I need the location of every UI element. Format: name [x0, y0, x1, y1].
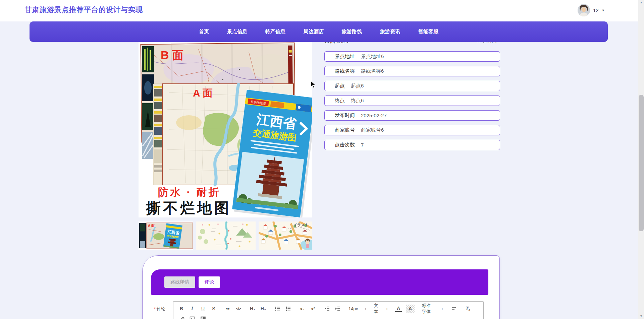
outdent-button[interactable] — [324, 305, 330, 313]
field-value: 2025-02-27 — [361, 113, 387, 118]
field-click-count: 点击次数 7 — [324, 140, 500, 150]
indent-button[interactable] — [334, 305, 341, 313]
ordered-list-button[interactable] — [274, 305, 281, 313]
page-scrollbar[interactable]: ▲ ▼ — [638, 0, 644, 319]
nav-item-routes[interactable]: 旅游路线 — [342, 28, 362, 35]
align-button[interactable] — [450, 305, 457, 313]
comment-editor-toolbar: B I U S ” </> H₁ H₂ — [173, 301, 484, 319]
user-name: 12 — [593, 7, 599, 13]
nav-item-service[interactable]: 智能客服 — [418, 28, 438, 35]
toolbar-row-1: B I U S ” </> H₁ H₂ — [178, 304, 479, 314]
field-value: 景点地址6 — [361, 53, 384, 60]
thumbnail-hand-drawn-map[interactable] — [196, 221, 256, 250]
folded-panel — [153, 84, 163, 185]
indent-icon — [335, 306, 340, 311]
scrollbar-down-arrow[interactable]: ▼ — [638, 314, 644, 319]
field-address: 景点地址 景点地址6 — [324, 51, 500, 62]
ordered-list-icon — [275, 306, 280, 311]
thumb-caption: イラスト — [293, 223, 309, 227]
field-publish-date: 发布时间 2025-02-27 — [324, 110, 500, 121]
font-family-select[interactable]: 标准字体 ↕ — [422, 303, 443, 315]
main-nav: 首页 景点信息 特产信息 周边酒店 旅游路线 旅游资讯 智能客服 — [30, 21, 608, 42]
field-label: 点击次数 — [335, 142, 355, 148]
strikethrough-button[interactable]: S — [210, 305, 217, 313]
superscript-button[interactable]: x² — [310, 305, 316, 313]
detail-fields: 景点地址 景点地址6 路线名称 路线名称6 起点 起点6 终点 终点6 发布时间… — [324, 51, 500, 154]
comment-editor-label: *评论 — [154, 306, 165, 312]
image-button[interactable] — [189, 315, 196, 319]
user-menu[interactable]: 12 ▼ — [578, 3, 605, 17]
scrollbar-thumb[interactable] — [639, 95, 644, 231]
video-button[interactable] — [200, 315, 206, 319]
slogan-black: 撕不烂地图 — [145, 200, 231, 216]
clear-format-button[interactable]: Tx — [465, 305, 471, 313]
tab-route-detail[interactable]: 路线详情 — [164, 276, 195, 288]
sorter-arrow-icon: ↕ — [386, 307, 388, 311]
field-value: 起点6 — [351, 83, 364, 89]
video-icon — [200, 316, 206, 319]
field-end-point: 终点 终点6 — [324, 95, 500, 106]
tab-comments[interactable]: 评论 — [199, 276, 220, 288]
field-merchant-account: 商家账号 商家账号6 — [324, 125, 500, 135]
field-value: 商家账号6 — [361, 127, 384, 133]
chevron-down-icon: ▼ — [602, 9, 605, 12]
carousel-next-button[interactable] — [297, 119, 311, 138]
blockquote-button[interactable]: ” — [224, 303, 231, 314]
chevron-right-icon — [299, 122, 308, 135]
nav-item-home[interactable]: 首页 — [199, 28, 209, 35]
bullet-list-button[interactable] — [285, 305, 291, 313]
bullet-list-icon — [285, 306, 291, 311]
italic-button[interactable]: I — [189, 305, 196, 313]
outdent-icon — [324, 306, 330, 311]
link-button[interactable] — [178, 315, 185, 319]
field-label: 起点 — [335, 83, 345, 89]
thumb-label-side-a: A 面 — [148, 224, 155, 228]
align-icon — [451, 306, 457, 311]
image-icon — [190, 316, 195, 319]
label-side-b: B 面 — [161, 49, 183, 61]
field-route-name: 路线名称 路线名称6 — [324, 66, 500, 76]
field-label: 终点 — [335, 98, 345, 104]
paragraph-type-value: 文本 — [374, 303, 379, 315]
scrollbar-up-arrow[interactable]: ▲ — [638, 0, 644, 5]
user-avatar[interactable] — [578, 4, 590, 16]
heading-2-button[interactable]: H₂ — [260, 305, 267, 313]
subscript-button[interactable]: x₂ — [299, 305, 306, 313]
field-label: 发布时间 — [335, 112, 355, 119]
link-icon — [179, 316, 184, 319]
field-label: 路线名称 — [335, 68, 355, 74]
field-label: 商家账号 — [335, 127, 355, 133]
sorter-arrow-icon: ↕ — [441, 307, 443, 311]
thumbnail-map-product[interactable]: A 面 江西省 交通旅游图 — [139, 221, 193, 250]
text-color-button[interactable]: A — [395, 305, 402, 312]
top-header: 甘肃旅游景点推荐平台的设计与实现 12 ▼ — [0, 0, 644, 21]
thumbnail-illustrated-map[interactable]: イラスト — [259, 221, 312, 250]
label-side-a: A 面 — [193, 87, 213, 99]
sorter-arrow-icon: ↕ — [365, 307, 366, 311]
background-color-button[interactable]: A — [406, 305, 415, 313]
field-value: 路线名称6 — [361, 68, 384, 74]
font-size-value: 14px — [348, 306, 358, 311]
editor-label-text: 评论 — [157, 306, 165, 311]
tab-bar: 路线详情 评论 — [151, 269, 488, 295]
slogan-red: 防水 · 耐折 — [158, 186, 221, 198]
field-start-point: 起点 起点6 — [324, 81, 500, 91]
code-button[interactable]: </> — [235, 305, 242, 313]
site-title: 甘肃旅游景点推荐平台的设计与实现 — [25, 0, 143, 21]
font-size-select[interactable]: 14px ↕ — [348, 306, 366, 311]
field-label: 景点地址 — [335, 53, 355, 60]
nav-item-news[interactable]: 旅游资讯 — [380, 28, 400, 35]
nav-item-specialties[interactable]: 特产信息 — [265, 28, 285, 35]
heading-1-button[interactable]: H₁ — [249, 305, 256, 313]
underline-button[interactable]: U — [200, 305, 206, 313]
required-asterisk: * — [154, 306, 156, 311]
app: 甘肃旅游景点推荐平台的设计与实现 12 ▼ 首页 景点信息 特产信息 周边酒店 … — [0, 0, 644, 319]
field-value: 7 — [361, 142, 364, 148]
bold-button[interactable]: B — [178, 305, 185, 313]
route-main-image: B 面 — [139, 39, 312, 217]
paragraph-type-select[interactable]: 文本 ↕ — [374, 303, 388, 315]
font-family-value: 标准字体 — [422, 303, 435, 315]
nav-item-hotels[interactable]: 周边酒店 — [304, 28, 324, 35]
nav-item-attractions[interactable]: 景点信息 — [227, 28, 247, 35]
field-value: 终点6 — [351, 98, 364, 104]
